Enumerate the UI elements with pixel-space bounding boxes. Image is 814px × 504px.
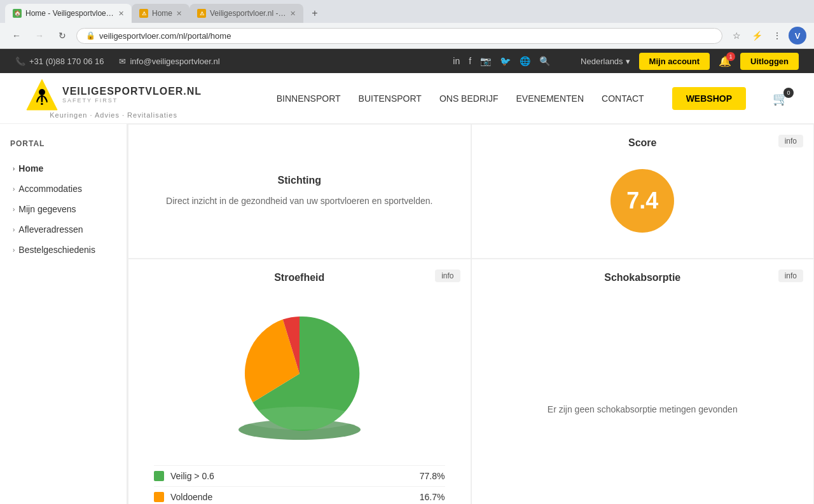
instagram-icon[interactable]: 📷 [480,56,491,66]
schokabsorptie-empty-state: Er zijn geen schokabsorptie metingen gev… [485,291,801,504]
nav-ons-bedrijf[interactable]: ONS BEDRIJF [439,91,499,106]
address-bar[interactable]: 🔒 veiligesportvloer.com/nl/portal/home [76,28,722,44]
main-nav: ! VEILIGESPORTVLOER.NL SAFETY FIRST Keur… [0,73,814,124]
facebook-icon[interactable]: f [469,56,471,66]
logo[interactable]: ! VEILIGESPORTVLOER.NL SAFETY FIRST Keur… [25,78,202,119]
phone-contact: 📞 +31 (0)88 170 06 16 [15,57,104,66]
chevron-right-icon-2: › [13,186,15,193]
tab-2-close[interactable]: ✕ [176,10,182,18]
sidebar-item-home[interactable]: › Home [10,158,116,179]
nav-buitensport[interactable]: BUITENSPORT [359,91,422,106]
tab-2[interactable]: ⚠ Home ✕ [132,4,190,23]
chevron-down-icon: ▾ [626,57,630,66]
stichting-title: Stichting [278,175,321,186]
tab-1-close[interactable]: ✕ [118,10,124,18]
twitter-icon[interactable]: 🐦 [500,56,511,66]
notification-badge: 1 [726,52,735,61]
score-info-button[interactable]: info [778,135,803,147]
sidebar-item-afleveradressen-label: Afleveradressen [18,224,83,235]
email-contact: ✉ info@veiligesportvloer.nl [119,57,219,66]
tab-2-title: Home [152,9,172,18]
tab-bar: 🏠 Home - Veiligesportvloer.nl ✕ ⚠ Home ✕… [0,0,814,23]
my-account-button[interactable]: Mijn account [639,53,710,70]
svg-point-2 [39,89,45,95]
sidebar-item-accommodaties-label: Accommodaties [18,184,82,194]
tab-3-close[interactable]: ✕ [290,10,296,18]
language-label: Nederlands [581,57,623,66]
stroefheid-info-button[interactable]: info [435,269,460,282]
pie-chart [230,304,369,444]
nav-binnensport[interactable]: BINNENSPORT [277,91,341,106]
reload-button[interactable]: ↻ [53,27,71,44]
legend-item-voldoende: Voldoende 16.7% [154,486,445,504]
stichting-description: Direct inzicht in de gezondheid van uw s… [166,194,432,208]
language-selector[interactable]: Nederlands ▾ [581,57,630,66]
schokabsorptie-panel: Schokabsorptie info Er zijn geen schokab… [471,259,815,504]
logo-text-area: VEILIGESPORTVLOER.NL SAFETY FIRST [62,86,202,104]
logout-button[interactable]: Uitloggen [740,53,799,70]
extensions-button[interactable]: ⚡ [748,27,766,44]
sidebar-item-afleveradressen[interactable]: › Afleveradressen [10,219,116,240]
stichting-panel: Stichting Direct inzicht in de gezondhei… [128,124,471,259]
logo-text-main: VEILIGESPORTVLOER.NL [62,86,202,97]
logo-area: ! VEILIGESPORTVLOER.NL SAFETY FIRST Keur… [25,78,202,119]
score-value: 7.4 [626,187,658,214]
nav-evenementen[interactable]: EVENEMENTEN [516,91,584,106]
cart-button[interactable]: 🛒 0 [773,91,789,106]
score-panel: Score info 7.4 [471,124,815,259]
legend-color-voldoende [154,492,164,502]
tab-1-title: Home - Veiligesportvloer.nl [25,9,114,18]
sidebar-item-accommodaties[interactable]: › Accommodaties [10,179,116,199]
bookmark-button[interactable]: ☆ [728,27,745,44]
back-button[interactable]: ← [8,27,25,44]
legend-color-veilig [154,471,164,481]
nav-contact[interactable]: CONTACT [602,91,644,106]
tab-3[interactable]: ⚠ Veiligesportvloer.nl - Keuringen ✕ [190,4,303,23]
top-right-actions: Nederlands ▾ Mijn account 🔔 1 Uitloggen [581,53,799,70]
phone-icon: 📞 [15,57,25,66]
notification-button[interactable]: 🔔 1 [719,55,731,67]
sidebar-item-mijn-gegevens[interactable]: › Mijn gegevens [10,199,116,219]
stroefheid-legend: Veilig > 0.6 77.8% Voldoende 16.7% Onvei… [141,465,458,504]
chevron-right-icon-4: › [13,226,15,233]
ssl-lock-icon: 🔒 [86,31,95,40]
sidebar-item-bestelgeschiedenis-label: Bestelgeschiedenis [18,245,95,255]
tab-3-favicon: ⚠ [197,9,206,18]
legend-item-veilig: Veilig > 0.6 77.8% [154,465,445,486]
sidebar-item-home-label: Home [18,163,43,174]
logo-top: ! VEILIGESPORTVLOER.NL SAFETY FIRST [25,78,202,111]
new-tab-button[interactable]: + [306,4,324,22]
sidebar-title: PORTAL [10,139,116,148]
webshop-button[interactable]: WEBSHOP [672,87,746,110]
sidebar-item-bestelgeschiedenis[interactable]: › Bestelgeschiedenis [10,240,116,260]
chevron-right-icon-5: › [13,247,15,254]
linkedin-icon[interactable]: in [453,56,460,66]
tab-1[interactable]: 🏠 Home - Veiligesportvloer.nl ✕ [5,4,132,23]
score-circle: 7.4 [610,169,674,233]
legend-value-veilig: 77.8% [420,471,445,481]
email-icon: ✉ [119,57,126,66]
schokabsorptie-info-button[interactable]: info [778,269,803,282]
svg-point-6 [242,407,357,430]
globe-icon[interactable]: 🌐 [520,56,530,66]
legend-value-voldoende: 16.7% [420,492,445,502]
tab-1-favicon: 🏠 [13,9,22,18]
schokabsorptie-empty-text: Er zijn geen schokabsorptie metingen gev… [548,402,738,416]
nav-links: BINNENSPORT BUITENSPORT ONS BEDRIJF EVEN… [277,87,789,110]
main-content: Stichting Direct inzicht in de gezondhei… [127,124,814,504]
menu-button[interactable]: ⋮ [768,27,786,44]
forward-button[interactable]: → [31,27,48,44]
chevron-right-icon: › [13,165,15,172]
search-icon[interactable]: 🔍 [539,56,550,66]
tab-3-title: Veiligesportvloer.nl - Keuringen [210,9,286,18]
sidebar: PORTAL › Home › Accommodaties › Mijn geg… [0,124,127,504]
browser-chrome: 🏠 Home - Veiligesportvloer.nl ✕ ⚠ Home ✕… [0,0,814,49]
phone-number: +31 (0)88 170 06 16 [29,57,104,66]
legend-label-voldoende: Voldoende [170,492,413,502]
profile-button[interactable]: V [789,27,806,44]
email-link[interactable]: info@veiligesportvloer.nl [130,57,219,66]
logo-icon: ! [25,78,59,111]
cart-badge: 0 [783,88,794,98]
top-info-bar: 📞 +31 (0)88 170 06 16 ✉ info@veiligespor… [0,49,814,73]
page-layout: PORTAL › Home › Accommodaties › Mijn geg… [0,124,814,504]
